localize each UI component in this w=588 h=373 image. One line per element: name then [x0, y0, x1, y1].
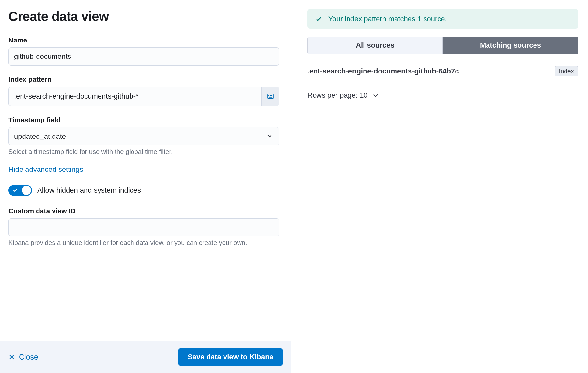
tab-all-sources[interactable]: All sources: [307, 37, 443, 54]
source-type-badge: Index: [555, 66, 578, 76]
save-button[interactable]: Save data view to Kibana: [178, 348, 283, 366]
name-label: Name: [8, 36, 283, 44]
custom-id-input[interactable]: [8, 218, 279, 236]
success-message: Your index pattern matches 1 source.: [328, 15, 447, 23]
close-icon: [8, 354, 15, 360]
source-name: .ent-search-engine-documents-github-64b7…: [307, 66, 459, 76]
custom-id-help-text: Kibana provides a unique identifier for …: [8, 239, 283, 247]
name-field-row: Name: [8, 36, 283, 66]
custom-id-label: Custom data view ID: [8, 207, 283, 215]
chevron-down-icon: [372, 92, 379, 99]
name-input[interactable]: [8, 47, 279, 66]
timestamp-help-text: Select a timestamp field for use with th…: [8, 148, 283, 155]
custom-id-row: Custom data view ID Kibana provides a un…: [8, 207, 283, 247]
index-pattern-label: Index pattern: [8, 75, 283, 83]
keyboard-icon: [267, 93, 274, 100]
close-button[interactable]: Close: [8, 353, 38, 362]
page-title: Create data view: [8, 9, 283, 24]
success-banner: Your index pattern matches 1 source.: [307, 9, 578, 29]
sources-tabs: All sources Matching sources: [307, 37, 578, 54]
svg-rect-0: [268, 94, 273, 99]
source-row: .ent-search-engine-documents-github-64b7…: [307, 61, 578, 83]
timestamp-select[interactable]: updated_at.date: [8, 127, 279, 145]
tab-matching-sources[interactable]: Matching sources: [443, 37, 578, 54]
form-panel: Create data view Name Index pattern: [0, 0, 291, 373]
timestamp-row: Timestamp field updated_at.date Select a…: [8, 116, 283, 155]
allow-hidden-row: Allow hidden and system indices: [8, 185, 283, 196]
close-button-label: Close: [19, 353, 38, 362]
allow-hidden-switch[interactable]: [8, 185, 32, 196]
check-icon: [12, 187, 18, 194]
rows-per-page-selector[interactable]: Rows per page: 10: [307, 91, 578, 100]
check-icon: [315, 15, 322, 23]
rows-per-page-label: Rows per page: 10: [307, 91, 368, 100]
index-pattern-info-button[interactable]: [261, 87, 279, 106]
advanced-settings-toggle[interactable]: Hide advanced settings: [8, 165, 83, 174]
index-pattern-row: Index pattern: [8, 75, 283, 106]
index-pattern-input[interactable]: [9, 87, 261, 106]
timestamp-label: Timestamp field: [8, 116, 283, 124]
preview-panel: Your index pattern matches 1 source. All…: [291, 0, 588, 373]
allow-hidden-label: Allow hidden and system indices: [37, 186, 141, 195]
footer-bar: Close Save data view to Kibana: [0, 341, 291, 373]
